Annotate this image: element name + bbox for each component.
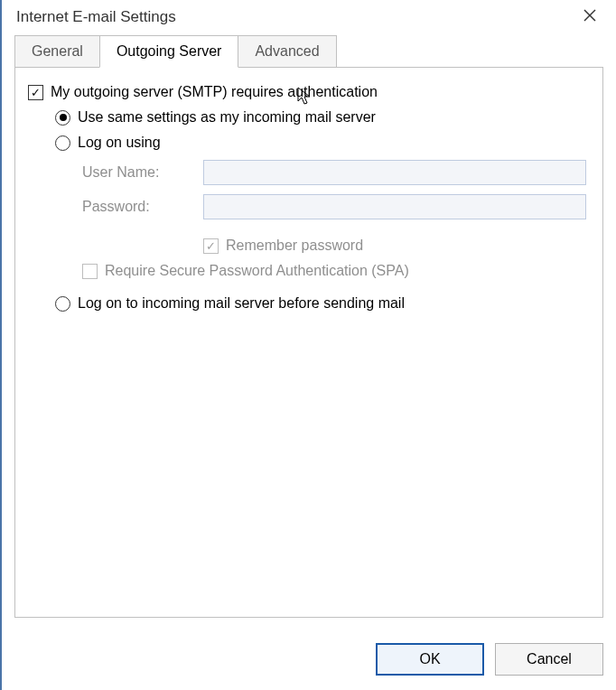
close-button[interactable]: [576, 7, 603, 26]
credentials-group: User Name: Password: ✓ Remember password…: [82, 160, 586, 279]
requires-auth-checkbox[interactable]: ✓: [28, 85, 43, 100]
log-on-incoming-radio[interactable]: [55, 296, 70, 312]
use-same-row: Use same settings as my incoming mail se…: [55, 109, 586, 126]
log-on-using-radio[interactable]: [55, 135, 70, 151]
remember-password-row: ✓ Remember password: [203, 238, 586, 254]
require-spa-row: Require Secure Password Authentication (…: [82, 263, 586, 279]
tab-label: Outgoing Server: [117, 43, 222, 59]
close-icon: [583, 7, 596, 25]
tab-advanced[interactable]: Advanced: [238, 35, 336, 67]
remember-password-label: Remember password: [226, 238, 363, 254]
tab-general[interactable]: General: [14, 35, 100, 67]
password-input[interactable]: [203, 194, 586, 219]
radio-dot-icon: [60, 114, 67, 121]
content-area: General Outgoing Server Advanced ✓ My ou…: [2, 35, 616, 630]
log-on-using-row: Log on using: [55, 135, 586, 151]
use-same-label: Use same settings as my incoming mail se…: [78, 109, 376, 126]
button-label: OK: [419, 651, 440, 667]
checkmark-icon: ✓: [206, 240, 216, 252]
tab-label: General: [32, 43, 83, 59]
log-on-incoming-label: Log on to incoming mail server before se…: [78, 295, 405, 312]
dialog-title: Internet E-mail Settings: [16, 8, 176, 26]
requires-auth-label: My outgoing server (SMTP) requires authe…: [51, 84, 378, 100]
tab-strip: General Outgoing Server Advanced: [14, 35, 603, 67]
require-spa-checkbox[interactable]: [82, 264, 98, 279]
checkmark-icon: ✓: [31, 87, 41, 98]
tab-outgoing-server[interactable]: Outgoing Server: [99, 35, 239, 68]
require-spa-label: Require Secure Password Authentication (…: [105, 263, 409, 279]
requires-auth-row: ✓ My outgoing server (SMTP) requires aut…: [28, 84, 586, 100]
username-input[interactable]: [203, 160, 586, 185]
titlebar: Internet E-mail Settings: [2, 0, 616, 35]
log-on-using-label: Log on using: [78, 135, 161, 151]
ok-button[interactable]: OK: [376, 643, 484, 676]
tab-panel-outgoing: ✓ My outgoing server (SMTP) requires aut…: [14, 67, 603, 618]
log-on-incoming-row: Log on to incoming mail server before se…: [55, 295, 586, 312]
email-settings-dialog: Internet E-mail Settings General Outgoin…: [0, 0, 616, 690]
tab-label: Advanced: [255, 43, 319, 59]
cancel-button[interactable]: Cancel: [495, 643, 603, 676]
button-label: Cancel: [527, 651, 572, 667]
password-label: Password:: [82, 199, 191, 215]
remember-password-checkbox[interactable]: ✓: [203, 238, 219, 254]
username-label: User Name:: [82, 164, 191, 181]
dialog-buttons: OK Cancel: [2, 630, 616, 690]
use-same-radio[interactable]: [55, 110, 70, 126]
